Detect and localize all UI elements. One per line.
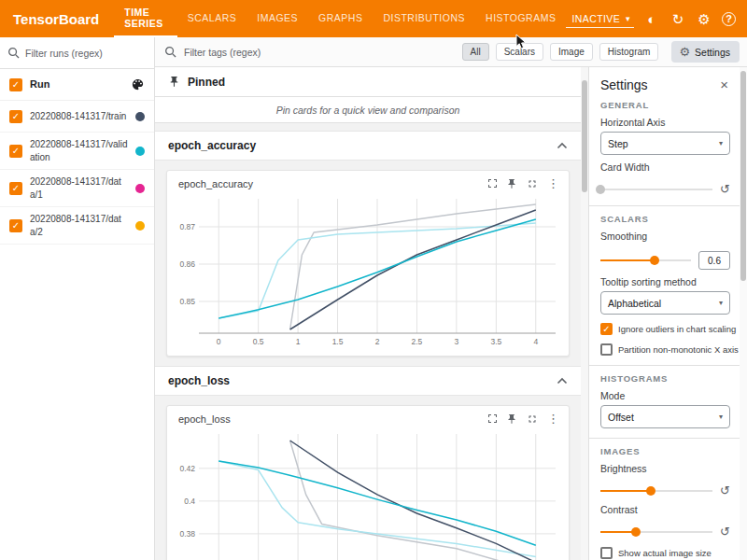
smoothing-label: Smoothing (600, 231, 730, 242)
section-epoch-accuracy[interactable]: epoch_accuracy (155, 131, 581, 161)
tab-images[interactable]: IMAGES (247, 0, 308, 37)
run-row-validation[interactable]: ✓ 20220808-141317/validation (0, 133, 154, 170)
data-status-dropdown[interactable]: INACTIVE ▾ (566, 10, 634, 28)
run-color-dot (135, 147, 145, 156)
reset-icon[interactable]: ↺ (720, 483, 730, 497)
slider-thumb[interactable] (650, 256, 659, 265)
chip-histogram[interactable]: Histogram (599, 43, 659, 61)
scrollbar-thumb[interactable] (582, 80, 587, 192)
ignore-outliers-option[interactable]: ✓ Ignore outliers in chart scaling (600, 323, 730, 335)
fullscreen-icon[interactable] (527, 178, 538, 189)
section-epoch-loss[interactable]: epoch_loss (155, 366, 581, 396)
svg-text:0.86: 0.86 (179, 259, 195, 269)
pin-icon[interactable] (506, 178, 517, 189)
tab-time-series[interactable]: TIME SERIES (114, 0, 177, 37)
histogram-mode-select[interactable]: Offset ▾ (600, 405, 730, 428)
run-row-train[interactable]: ✓ 20220808-141317/train (0, 101, 154, 133)
run-checkbox[interactable]: ✓ (9, 182, 22, 195)
section-title: epoch_accuracy (168, 139, 256, 152)
svg-text:0.4: 0.4 (184, 497, 195, 506)
section-label-images: IMAGES (600, 446, 730, 456)
reset-icon[interactable]: ↺ (720, 525, 730, 539)
data-status-value: INACTIVE (571, 13, 620, 24)
settings-scrollbar[interactable] (740, 67, 747, 560)
brightness-slider[interactable] (600, 490, 712, 492)
card-width-slider[interactable] (600, 189, 712, 190)
body: ✓ Run ✓ 20220808-141317/train ✓ 20220808… (0, 37, 747, 560)
gear-icon[interactable]: ⚙ (696, 12, 712, 26)
main-nav: TIME SERIES SCALARS IMAGES GRAPHS DISTRI… (114, 0, 566, 37)
smoothing-slider[interactable] (600, 259, 691, 261)
more-options-icon[interactable]: ⋮ (547, 177, 559, 189)
partition-x-axis-checkbox[interactable] (600, 343, 613, 356)
slider-thumb[interactable] (631, 527, 641, 537)
run-checkbox[interactable]: ✓ (9, 219, 22, 232)
line-chart-epoch-accuracy[interactable]: 00.511.522.533.540.850.860.87 (167, 191, 569, 352)
tab-graphs[interactable]: GRAPHS (308, 0, 373, 37)
chart-card-epoch-loss: epoch_loss ⋮ 0.420.40.380.36 (166, 405, 570, 560)
runs-header-row: ✓ Run (0, 69, 154, 101)
zoom-to-fit-icon[interactable] (488, 179, 497, 188)
cards-scroll-area: Pinned Pin cards for a quick view and co… (155, 67, 581, 560)
smoothing-value-input[interactable] (698, 251, 730, 270)
run-row-data-1[interactable]: ✓ 20220808-141317/data/1 (0, 170, 154, 207)
pin-icon[interactable] (506, 413, 517, 425)
run-row-data-2[interactable]: ✓ 20220808-141317/data/2 (0, 207, 154, 245)
run-checkbox[interactable]: ✓ (9, 145, 22, 158)
tags-filter-input[interactable] (184, 47, 456, 58)
help-icon[interactable]: ? (722, 12, 736, 26)
main-row: Pinned Pin cards for a quick view and co… (155, 67, 747, 560)
main-scrollbar[interactable] (581, 67, 588, 560)
svg-text:2: 2 (375, 337, 380, 346)
tooltip-sorting-label: Tooltip sorting method (600, 276, 730, 287)
zoom-to-fit-icon[interactable] (488, 414, 497, 423)
line-chart-epoch-loss[interactable]: 0.420.40.380.36 (167, 427, 569, 560)
chip-image[interactable]: Image (550, 43, 593, 61)
chevron-up-icon[interactable] (557, 377, 568, 385)
run-label: 20220808-141317/data/2 (30, 213, 128, 238)
palette-icon[interactable] (131, 77, 145, 91)
runs-sidebar: ✓ Run ✓ 20220808-141317/train ✓ 20220808… (0, 37, 155, 560)
refresh-icon[interactable]: ↻ (669, 12, 686, 26)
horizontal-axis-select[interactable]: Step ▾ (600, 132, 730, 155)
show-actual-size-checkbox[interactable] (600, 547, 613, 559)
horizontal-axis-label: Horizontal Axis (600, 117, 730, 128)
scrollbar-thumb[interactable] (740, 71, 746, 281)
settings-panel-title: Settings (600, 77, 718, 92)
tab-histograms[interactable]: HISTOGRAMS (475, 0, 566, 37)
tab-scalars[interactable]: SCALARS (177, 0, 247, 37)
runs-filter-input[interactable] (25, 48, 147, 59)
run-label: 20220808-141317/validation (30, 138, 128, 163)
tooltip-sorting-select[interactable]: Alphabetical ▾ (600, 291, 730, 315)
ignore-outliers-checkbox[interactable]: ✓ (600, 323, 613, 335)
more-options-icon[interactable]: ⋮ (547, 413, 559, 425)
fullscreen-icon[interactable] (527, 413, 538, 425)
tab-distributions[interactable]: DISTRIBUTIONS (373, 0, 475, 37)
close-icon[interactable]: × (718, 77, 730, 92)
chart-card-epoch-accuracy: epoch_accuracy ⋮ 00.511.522.533. (166, 170, 570, 357)
slider-thumb[interactable] (596, 185, 605, 194)
horizontal-axis-value: Step (608, 138, 719, 149)
svg-text:0.87: 0.87 (179, 222, 195, 231)
chip-all[interactable]: All (462, 43, 489, 61)
slider-thumb[interactable] (646, 486, 655, 496)
tooltip-sorting-value: Alphabetical (608, 298, 719, 309)
theme-toggle-icon[interactable]: ◐ (643, 12, 660, 26)
pinned-empty-hint: Pin cards for a quick view and compariso… (155, 97, 581, 123)
select-all-runs-checkbox[interactable]: ✓ (9, 78, 22, 91)
svg-text:1.5: 1.5 (332, 337, 344, 346)
svg-text:0.42: 0.42 (179, 464, 195, 473)
run-checkbox[interactable]: ✓ (9, 110, 22, 123)
settings-button[interactable]: ⚙ Settings (671, 41, 740, 63)
contrast-slider[interactable] (600, 531, 712, 533)
chevron-down-icon: ▾ (719, 413, 723, 421)
svg-text:0.5: 0.5 (253, 337, 264, 346)
reset-icon[interactable]: ↺ (720, 182, 730, 196)
chart-title: epoch_loss (178, 413, 479, 425)
chip-scalars[interactable]: Scalars (496, 43, 543, 61)
chevron-up-icon[interactable] (557, 142, 568, 149)
section-title: epoch_loss (168, 374, 230, 387)
show-actual-size-option[interactable]: Show actual image size (600, 547, 730, 559)
settings-panel: Settings × GENERAL Horizontal Axis Step … (588, 67, 747, 560)
partition-x-axis-option[interactable]: Partition non-monotonic X axis i (600, 343, 730, 356)
